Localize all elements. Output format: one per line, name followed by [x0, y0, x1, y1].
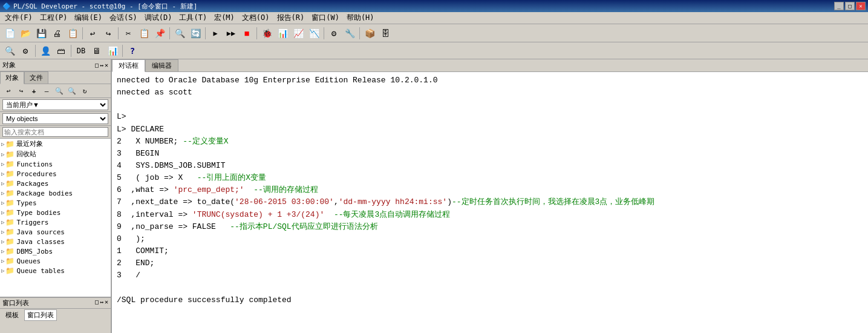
line-5: 5 ( job => X --引用上面的X变量 [117, 172, 863, 184]
close-panel-icon[interactable]: ✕ [105, 62, 108, 68]
tree-item-packages[interactable]: ▷ 📁 Packages [0, 179, 111, 188]
string-4: 'TRUNC(sysdate) + 1 +3/(24)' [192, 210, 324, 219]
tab-files[interactable]: 文件 [24, 71, 48, 84]
fwd-btn[interactable]: ↪ [15, 85, 27, 96]
tb2-btn-a[interactable]: 👤 [38, 44, 53, 58]
menu-debug[interactable]: 调试(D) [141, 12, 176, 24]
string-3: 'dd-mm-yyyy hh24:mi:ss' [339, 197, 447, 206]
del-btn[interactable]: — [41, 85, 53, 96]
folder-icon: 📁 [5, 266, 15, 275]
objects-toolbar: ↩ ↪ + — 🔍 🔍 ↻ [0, 84, 111, 98]
menu-window[interactable]: 窗口(W) [308, 12, 343, 24]
tb-btn-a[interactable]: 🐞 [259, 27, 274, 40]
close-button[interactable]: ✕ [856, 2, 866, 10]
tree-item-triggers[interactable]: ▷ 📁 Triggers [0, 217, 111, 227]
back-btn[interactable]: ↩ [2, 85, 15, 96]
tb-btn-b[interactable]: 📊 [275, 27, 290, 40]
tree-item-functions[interactable]: ▷ 📁 Functions [0, 159, 111, 169]
search-input[interactable] [2, 127, 108, 137]
refresh-btn[interactable]: ↻ [79, 85, 91, 96]
gear-button[interactable]: ⚙ [18, 44, 33, 58]
tree-item-java-sources[interactable]: ▷ 📁 Java sources [0, 227, 111, 237]
zoom-button[interactable]: 🔍 [2, 44, 17, 58]
tb2-btn-b[interactable]: 🗃 [54, 44, 68, 58]
tree-item-queue-tables[interactable]: ▷ 📁 Queue tables [0, 266, 111, 275]
tb-btn-g[interactable]: 📦 [362, 27, 377, 40]
folder-icon: 📁 [5, 150, 15, 159]
tb2-btn-d[interactable]: 🖥 [90, 44, 104, 58]
print-button[interactable]: 🖨 [50, 27, 64, 40]
wl-pin-icon[interactable]: □ [95, 298, 99, 308]
stop-button[interactable]: ■ [240, 27, 254, 40]
open-button[interactable]: 📂 [18, 27, 33, 40]
menu-macro[interactable]: 宏(M) [210, 12, 238, 24]
run-button[interactable]: ▶▶ [224, 27, 238, 40]
window-list-panel: 窗口列表 □ ↔ ✕ 模板 窗口列表 [0, 297, 111, 333]
menu-file[interactable]: 文件(F) [1, 12, 36, 24]
save-button[interactable]: 💾 [34, 27, 48, 40]
content-area[interactable]: nnected to Oracle Database 10g Enterpris… [112, 72, 868, 333]
objects-dropdown[interactable]: My objects [2, 113, 108, 124]
pin-icon[interactable]: □ [95, 62, 99, 68]
float-icon[interactable]: ↔ [100, 62, 103, 68]
tb-btn-d[interactable]: 📉 [307, 27, 321, 40]
toolbar-secondary: 🔍 ⚙ 👤 🗃 DB 🖥 📊 ? [0, 42, 868, 59]
tb-btn-f[interactable]: 🔧 [342, 27, 357, 40]
tree-item-dbms-jobs[interactable]: ▷ 📁 DBMS_Jobs [0, 246, 111, 256]
redo-button[interactable]: ↪ [101, 27, 116, 40]
tb2-btn-c[interactable]: DB [74, 44, 88, 58]
maximize-button[interactable]: □ [845, 2, 855, 10]
add-btn[interactable]: + [28, 85, 40, 96]
tab-dialog[interactable]: 对话框 [112, 59, 145, 72]
tree-item-recent[interactable]: ▷ 📁 最近对象 [0, 139, 111, 149]
title-bar-controls[interactable]: _ □ ✕ [834, 2, 866, 10]
compile-button[interactable]: ▶ [208, 27, 223, 40]
cut-button[interactable]: ✂ [121, 27, 135, 40]
wl-close-icon[interactable]: ✕ [105, 298, 108, 308]
tab-objects[interactable]: 对象 [0, 71, 24, 84]
line-9: 9 ,no_parse => FALSE --指示本PL/SQL代码应立即进行语… [117, 221, 863, 233]
tb-btn-h[interactable]: 🗄 [378, 27, 393, 40]
copy-button[interactable]: 📋 [137, 27, 151, 40]
tb-btn-c[interactable]: 📈 [291, 27, 305, 40]
menu-edit[interactable]: 编辑(E) [71, 12, 106, 24]
menu-reports[interactable]: 报告(R) [273, 12, 308, 24]
menu-project[interactable]: 工程(P) [36, 12, 71, 24]
tab-window-list[interactable]: 窗口列表 [24, 309, 57, 321]
tree-item-types[interactable]: ▷ 📁 Types [0, 198, 111, 208]
tree-item-recycle[interactable]: ▷ 📁 回收站 [0, 149, 111, 159]
toolbar-sep-4 [205, 27, 206, 39]
tree-item-package-bodies[interactable]: ▷ 📁 Package bodies [0, 188, 111, 198]
tab-editor[interactable]: 编辑器 [145, 59, 178, 71]
menu-session[interactable]: 会话(S) [106, 12, 141, 24]
new-button[interactable]: 📄 [2, 27, 17, 40]
tab-template[interactable]: 模板 [2, 309, 22, 321]
paste-button[interactable]: 📌 [152, 27, 167, 40]
menu-docs[interactable]: 文档(O) [238, 12, 273, 24]
folder-icon: 📁 [5, 218, 15, 226]
minimize-button[interactable]: _ [834, 2, 844, 10]
main-layout: 对象 □ ↔ ✕ 对象 文件 ↩ ↪ + — 🔍 🔍 ↻ 当前用户▼ [0, 59, 868, 333]
tb-btn-e[interactable]: ⚙ [327, 27, 341, 40]
user-dropdown[interactable]: 当前用户▼ [2, 99, 108, 110]
search-btn[interactable]: 🔍 [53, 85, 65, 96]
wl-float-icon[interactable]: ↔ [100, 298, 103, 308]
help-button[interactable]: ? [125, 44, 140, 58]
menu-tools[interactable]: 工具(T) [175, 12, 210, 24]
undo-button[interactable]: ↩ [85, 27, 100, 40]
find-btn[interactable]: 🔍 [66, 85, 78, 96]
arrow-icon: ▷ [1, 248, 4, 254]
tb2-btn-e[interactable]: 📊 [105, 44, 120, 58]
toolbar-sep-6 [324, 27, 324, 39]
tree-item-type-bodies[interactable]: ▷ 📁 Type bodies [0, 208, 111, 217]
folder-icon: 📁 [5, 208, 15, 217]
tree-item-queues[interactable]: ▷ 📁 Queues [0, 256, 111, 266]
tree-item-java-classes[interactable]: ▷ 📁 Java classes [0, 237, 111, 246]
menu-help[interactable]: 帮助(H) [343, 12, 378, 24]
tree-item-procedures[interactable]: ▷ 📁 Procedures [0, 169, 111, 179]
window-title: PL/SQL Developer - scott@10g - [命令窗口 - 新… [13, 2, 197, 11]
line-12: 2 END; [117, 257, 863, 269]
find-button[interactable]: 🔍 [172, 27, 187, 40]
print2-button[interactable]: 📋 [65, 27, 80, 40]
replace-button[interactable]: 🔄 [188, 27, 203, 40]
